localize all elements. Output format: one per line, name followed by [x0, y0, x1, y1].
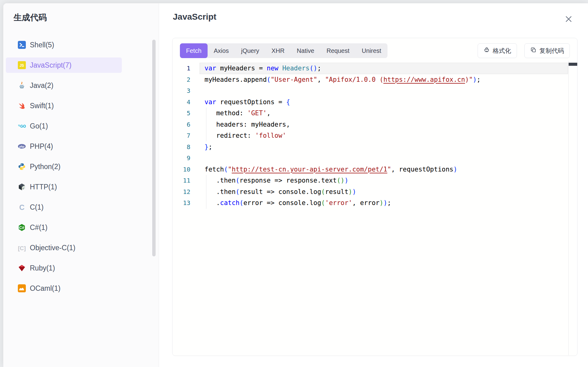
svg-text:php: php	[19, 145, 25, 148]
toolbar-buttons: 格式化 复制代码	[478, 43, 570, 58]
code-line[interactable]: 2myHeaders.append("User-Agent", "Apifox/…	[173, 74, 577, 85]
sidebar-item-label: Objective-C(1)	[30, 244, 75, 252]
line-number: 10	[173, 164, 200, 175]
sidebar-item-swift[interactable]: Swift(1)	[6, 98, 122, 113]
sidebar-item-label: JavaScript(7)	[30, 61, 71, 69]
code-line[interactable]: 1var myHeaders = new Headers();	[173, 63, 577, 74]
code-line-content: .then(response => response.text())	[200, 175, 568, 186]
sidebar-item-javascript[interactable]: JSJavaScript(7)	[6, 57, 122, 73]
editor-scrollbar-thumb[interactable]	[569, 63, 577, 66]
svg-text:GO: GO	[20, 124, 26, 128]
language-sidebar: 生成代码 Shell(5)JSJavaScript(7)Java(2)Swift…	[3, 3, 159, 367]
sidebar-item-label: Java(2)	[30, 81, 54, 90]
generate-code-dialog: 生成代码 Shell(5)JSJavaScript(7)Java(2)Swift…	[3, 3, 588, 367]
line-number: 3	[173, 85, 200, 97]
code-toolbar: FetchAxiosjQueryXHRNativeRequestUnirest …	[180, 43, 570, 58]
code-line-content: headers: myHeaders,	[200, 119, 568, 130]
sidebar-item-c[interactable]: CC(1)	[6, 199, 122, 215]
sidebar-item-shell[interactable]: Shell(5)	[6, 37, 122, 53]
c-icon: C	[18, 203, 26, 211]
line-number: 9	[173, 152, 200, 164]
code-editor[interactable]: 1var myHeaders = new Headers();2myHeader…	[173, 63, 577, 356]
tab-jquery[interactable]: jQuery	[235, 43, 265, 58]
code-line[interactable]: 9	[173, 152, 577, 164]
line-number: 8	[173, 141, 200, 153]
sidebar-item-c#[interactable]: C#C#(1)	[6, 220, 122, 235]
sidebar-item-label: Shell(5)	[30, 41, 54, 49]
code-line-content: redirect: 'follow'	[200, 130, 568, 141]
code-line[interactable]: 5 method: 'GET',	[173, 108, 577, 119]
sidebar-item-go[interactable]: GOGo(1)	[6, 118, 122, 134]
code-url-link[interactable]: https://www.apifox.cn	[383, 76, 465, 83]
svg-text:$: $	[22, 187, 24, 190]
format-icon	[483, 47, 490, 55]
code-line-content: fetch("http://test-cn.your-api-server.co…	[200, 164, 568, 175]
code-line-content	[200, 85, 568, 97]
close-icon[interactable]	[564, 14, 573, 24]
client-tabs: FetchAxiosjQueryXHRNativeRequestUnirest	[180, 43, 387, 58]
editor-scrollbar-track	[568, 61, 569, 355]
http-icon: $	[18, 183, 26, 191]
sidebar-item-php[interactable]: phpPHP(4)	[6, 139, 122, 154]
ocaml-icon	[18, 284, 26, 292]
sidebar-item-label: C(1)	[30, 203, 44, 211]
page-title: JavaScript	[173, 12, 217, 22]
sidebar-item-label: HTTP(1)	[30, 183, 57, 191]
tab-unirest[interactable]: Unirest	[356, 43, 387, 58]
tab-request[interactable]: Request	[320, 43, 356, 58]
code-line[interactable]: 6 headers: myHeaders,	[173, 119, 577, 130]
line-number: 4	[173, 97, 200, 108]
code-line-content: method: 'GET',	[200, 108, 568, 119]
code-panel: FetchAxiosjQueryXHRNativeRequestUnirest …	[172, 38, 578, 356]
line-number: 13	[173, 197, 200, 209]
svg-text:C#: C#	[19, 225, 24, 230]
code-line[interactable]: 8};	[173, 141, 577, 153]
code-line[interactable]: 12 .then(result => console.log(result))	[173, 186, 577, 198]
dialog-title: 生成代码	[14, 12, 47, 23]
format-button[interactable]: 格式化	[478, 43, 517, 58]
sidebar-item-label: PHP(4)	[30, 142, 53, 151]
sidebar-item-java[interactable]: Java(2)	[6, 78, 122, 93]
code-line[interactable]: 3	[173, 85, 577, 97]
tab-axios[interactable]: Axios	[208, 43, 235, 58]
sidebar-item-python[interactable]: Python(2)	[6, 159, 122, 174]
swift-icon	[18, 102, 26, 110]
tab-xhr[interactable]: XHR	[265, 43, 291, 58]
code-line[interactable]: 13 .catch(error => console.log('error', …	[173, 197, 577, 209]
sidebar-item-label: C#(1)	[30, 223, 48, 232]
sidebar-item-label: Swift(1)	[30, 102, 54, 110]
sidebar-item-ocaml[interactable]: OCaml(1)	[6, 281, 122, 296]
code-line[interactable]: 10fetch("http://test-cn.your-api-server.…	[173, 164, 577, 175]
language-list: Shell(5)JSJavaScript(7)Java(2)Swift(1)GO…	[6, 37, 122, 301]
sidebar-item-label: Go(1)	[30, 122, 48, 130]
sidebar-item-ruby[interactable]: Ruby(1)	[6, 260, 122, 276]
java-icon	[18, 81, 26, 89]
line-number: 1	[173, 63, 200, 74]
code-url-link[interactable]: http://test-cn.your-api-server.com/pet/1	[232, 166, 387, 173]
tab-native[interactable]: Native	[291, 43, 320, 58]
code-line-content: var requestOptions = {	[200, 97, 568, 108]
sidebar-item-http[interactable]: $HTTP(1)	[6, 179, 122, 195]
format-button-label: 格式化	[493, 47, 511, 55]
code-line[interactable]: 7 redirect: 'follow'	[173, 130, 577, 141]
sidebar-item-label: Ruby(1)	[30, 264, 55, 272]
svg-text:JS: JS	[20, 63, 24, 68]
code-line[interactable]: 4var requestOptions = {	[173, 97, 577, 108]
line-number: 11	[173, 175, 200, 186]
svg-text:C: C	[19, 203, 24, 211]
line-number: 5	[173, 108, 200, 119]
python-icon	[18, 163, 26, 171]
objectivec-icon: [C]	[18, 244, 26, 252]
tab-fetch[interactable]: Fetch	[180, 43, 208, 58]
sidebar-item-label: Python(2)	[30, 163, 61, 171]
sidebar-scrollbar-thumb[interactable]	[152, 40, 156, 256]
sidebar-item-objectivec[interactable]: [C]Objective-C(1)	[6, 240, 122, 255]
copy-code-button[interactable]: 复制代码	[524, 43, 570, 58]
line-number: 12	[173, 186, 200, 198]
line-number: 2	[173, 74, 200, 85]
code-line-content	[200, 152, 568, 164]
javascript-icon: JS	[18, 61, 26, 69]
code-line[interactable]: 11 .then(response => response.text())	[173, 175, 577, 186]
code-line-content: var myHeaders = new Headers();	[200, 63, 568, 74]
copy-icon	[530, 47, 537, 55]
